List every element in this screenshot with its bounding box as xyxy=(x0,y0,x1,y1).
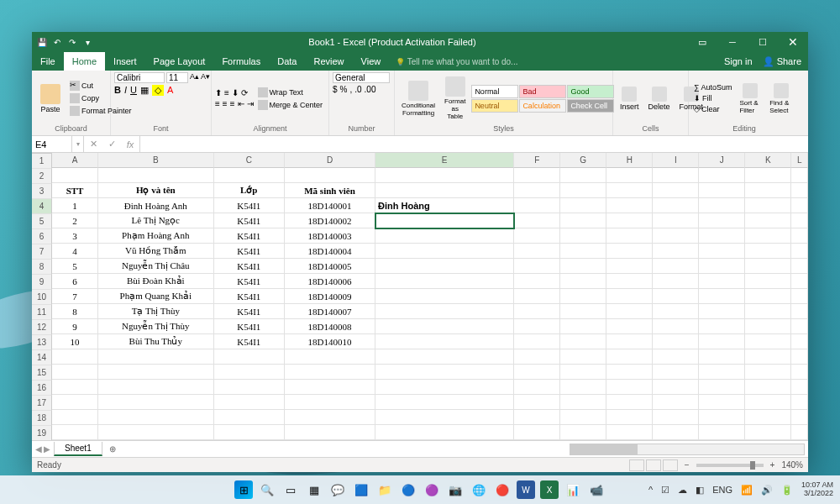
cell-I17[interactable] xyxy=(653,410,699,425)
cell-B1[interactable] xyxy=(98,168,213,183)
cell-I18[interactable] xyxy=(653,425,699,440)
orientation-icon[interactable]: ⟳ xyxy=(241,88,248,97)
tab-page-layout[interactable]: Page Layout xyxy=(145,52,214,71)
cell-G7[interactable] xyxy=(560,259,606,274)
cell-G11[interactable] xyxy=(560,319,606,334)
search-icon[interactable]: 🔍 xyxy=(258,480,276,499)
cell-K5[interactable] xyxy=(745,228,791,244)
cell-D3[interactable]: 18D140001 xyxy=(285,198,375,213)
app-icon-2[interactable]: 🔵 xyxy=(399,480,417,499)
row-header-16[interactable]: 16 xyxy=(32,381,52,396)
app-icon-1[interactable]: 🟦 xyxy=(352,480,370,499)
cell-I4[interactable] xyxy=(653,213,699,228)
cell-A2[interactable]: STT xyxy=(52,183,98,198)
cell-A9[interactable]: 7 xyxy=(52,289,98,304)
col-header-D[interactable]: D xyxy=(285,153,375,168)
align-left-icon[interactable]: ≡ xyxy=(215,99,220,108)
view-page-layout-icon[interactable] xyxy=(646,459,661,471)
cell-H11[interactable] xyxy=(606,319,653,334)
style-good[interactable]: Good xyxy=(567,85,614,98)
cell-E7[interactable] xyxy=(375,259,514,274)
cell-K18[interactable] xyxy=(745,425,791,440)
cell-K9[interactable] xyxy=(745,289,791,304)
cell-B18[interactable] xyxy=(98,425,213,440)
cell-F1[interactable] xyxy=(514,168,560,183)
cell-C18[interactable] xyxy=(214,425,285,440)
cell-L16[interactable] xyxy=(791,395,808,410)
cell-B14[interactable] xyxy=(98,365,213,380)
row-header-6[interactable]: 6 xyxy=(32,229,52,244)
cell-K3[interactable] xyxy=(745,198,791,213)
cell-J17[interactable] xyxy=(699,410,745,425)
cell-A12[interactable]: 10 xyxy=(52,334,98,349)
underline-button[interactable]: U xyxy=(130,85,137,96)
enter-formula-icon[interactable]: ✓ xyxy=(102,136,121,152)
app-icon-3[interactable]: 🟣 xyxy=(423,480,441,499)
save-icon[interactable]: 💾 xyxy=(35,35,49,49)
cell-L2[interactable] xyxy=(791,183,808,198)
edge-icon[interactable]: 🌐 xyxy=(470,480,488,499)
cell-I7[interactable] xyxy=(653,259,699,274)
excel-taskbar-icon[interactable]: X xyxy=(540,480,559,499)
maximize-button[interactable]: ☐ xyxy=(748,32,778,52)
cell-C14[interactable] xyxy=(214,365,285,380)
cell-G3[interactable] xyxy=(560,198,606,213)
cell-K1[interactable] xyxy=(745,168,791,183)
cell-B5[interactable]: Phạm Hoàng Anh xyxy=(98,228,213,244)
cell-E11[interactable] xyxy=(375,319,514,334)
cell-H2[interactable] xyxy=(606,183,653,198)
cell-G5[interactable] xyxy=(560,228,606,244)
cell-H17[interactable] xyxy=(606,410,653,425)
cancel-formula-icon[interactable]: ✕ xyxy=(84,136,102,152)
cell-L5[interactable] xyxy=(791,228,808,244)
cell-J7[interactable] xyxy=(699,259,745,274)
cell-C4[interactable]: K54I1 xyxy=(214,213,285,228)
increase-decimal-icon[interactable]: .0 xyxy=(354,85,361,94)
row-header-12[interactable]: 12 xyxy=(32,320,52,335)
cell-E12[interactable] xyxy=(375,334,514,349)
col-header-J[interactable]: J xyxy=(699,153,745,168)
cell-L3[interactable] xyxy=(791,198,808,213)
cell-K2[interactable] xyxy=(745,183,791,198)
cell-L7[interactable] xyxy=(791,259,808,274)
start-button[interactable]: ⊞ xyxy=(234,480,253,499)
style-calculation[interactable]: Calculation xyxy=(519,99,566,113)
cell-A1[interactable] xyxy=(52,168,98,183)
row-header-10[interactable]: 10 xyxy=(32,290,52,305)
cell-B6[interactable]: Vũ Hồng Thắm xyxy=(98,244,213,259)
tray-wifi-icon[interactable]: 📶 xyxy=(741,485,753,496)
cell-H14[interactable] xyxy=(606,365,653,380)
cell-F12[interactable] xyxy=(514,334,560,349)
style-normal[interactable]: Normal xyxy=(471,85,518,98)
cell-B13[interactable] xyxy=(98,349,213,365)
cell-L12[interactable] xyxy=(791,334,808,349)
cell-F15[interactable] xyxy=(514,380,560,395)
undo-icon[interactable]: ↶ xyxy=(50,35,64,49)
row-header-13[interactable]: 13 xyxy=(32,335,52,350)
col-header-L[interactable]: L xyxy=(791,153,808,168)
cell-D15[interactable] xyxy=(285,380,375,395)
cell-H15[interactable] xyxy=(606,380,653,395)
sheet-nav-prev-icon[interactable]: ◀ xyxy=(35,444,42,454)
cell-H12[interactable] xyxy=(606,334,653,349)
cell-B16[interactable] xyxy=(98,395,213,410)
row-header-11[interactable]: 11 xyxy=(32,305,52,320)
cell-A3[interactable]: 1 xyxy=(52,198,98,213)
cell-K8[interactable] xyxy=(745,274,791,289)
cell-A6[interactable]: 4 xyxy=(52,244,98,259)
fill-button[interactable]: ⬇ Fill xyxy=(692,93,733,103)
tray-battery-icon[interactable]: 🔋 xyxy=(781,485,793,496)
tab-review[interactable]: Review xyxy=(305,52,352,71)
col-header-B[interactable]: B xyxy=(98,153,214,168)
cell-C3[interactable]: K54I1 xyxy=(214,198,285,213)
cell-E15[interactable] xyxy=(375,380,514,395)
cell-C10[interactable]: K54I1 xyxy=(214,304,285,319)
close-button[interactable]: ✕ xyxy=(778,32,808,52)
cell-J10[interactable] xyxy=(699,304,745,319)
cell-C5[interactable]: K54I1 xyxy=(214,228,285,244)
tray-cloud-icon[interactable]: ☁ xyxy=(678,485,687,496)
cell-A8[interactable]: 6 xyxy=(52,274,98,289)
cell-A4[interactable]: 2 xyxy=(52,213,98,228)
sheet-nav-next-icon[interactable]: ▶ xyxy=(44,444,50,454)
cell-G13[interactable] xyxy=(560,349,606,365)
